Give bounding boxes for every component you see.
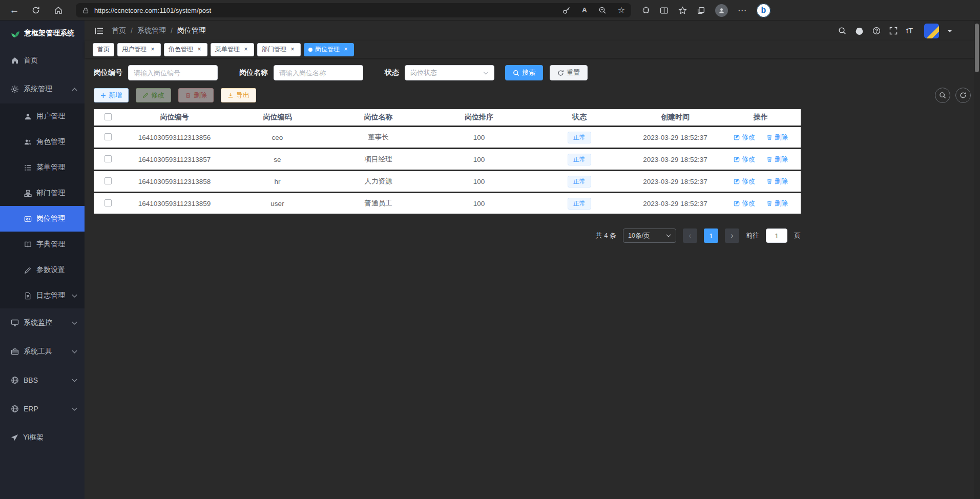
close-icon[interactable]: × [149, 46, 156, 53]
browser-reload-button[interactable] [27, 0, 45, 20]
edit-button[interactable]: 修改 [136, 88, 171, 102]
page-1-button[interactable]: 1 [704, 228, 718, 243]
sidebar-item-dept-mgmt[interactable]: 部门管理 [0, 180, 85, 206]
font-size-button[interactable]: tT [906, 27, 913, 35]
sidebar-item-home[interactable]: 首页 [0, 46, 85, 75]
row-delete-link[interactable]: 删除 [766, 133, 788, 142]
copilot-bing-icon[interactable]: b [757, 4, 770, 17]
row-checkbox[interactable] [105, 155, 112, 162]
post-name-cell: 普通员工 [328, 193, 429, 214]
github-icon[interactable] [855, 27, 864, 35]
status-select[interactable]: 岗位状态 [405, 65, 494, 80]
sidebar-item-dict-mgmt[interactable]: 字典管理 [0, 232, 85, 257]
sidebar-item-user-mgmt[interactable]: 用户管理 [0, 103, 85, 129]
close-icon[interactable]: × [242, 46, 249, 53]
browser-profile-avatar[interactable] [715, 4, 728, 17]
tab-role-mgmt[interactable]: 角色管理 × [164, 43, 207, 56]
zoom-icon[interactable] [598, 6, 607, 14]
row-edit-link[interactable]: 修改 [734, 199, 755, 208]
row-checkbox[interactable] [105, 199, 112, 206]
row-delete-link[interactable]: 删除 [766, 177, 788, 186]
row-edit-link[interactable]: 修改 [734, 155, 755, 164]
app-title: 意框架管理系统 [24, 29, 74, 38]
tab-post-mgmt[interactable]: 岗位管理 × [304, 43, 354, 56]
delete-button[interactable]: 删除 [178, 88, 214, 102]
sidebar-item-bbs[interactable]: BBS [0, 366, 85, 394]
edit-icon [142, 92, 149, 98]
post-name-input[interactable] [274, 65, 363, 80]
select-all-checkbox[interactable] [105, 113, 112, 120]
browser-home-button[interactable] [49, 0, 68, 20]
extensions-icon[interactable] [641, 6, 650, 15]
export-button-label: 导出 [236, 91, 249, 100]
collections-icon[interactable] [697, 6, 705, 15]
sidebar-item-menu-mgmt[interactable]: 菜单管理 [0, 155, 85, 180]
sidebar-item-label: 菜单管理 [36, 163, 65, 172]
refresh-table-button[interactable] [955, 88, 971, 103]
split-screen-icon[interactable] [660, 6, 669, 15]
tab-dept-mgmt[interactable]: 部门管理 × [257, 43, 301, 56]
search-button[interactable]: 搜索 [505, 65, 543, 80]
search-icon[interactable] [838, 27, 846, 35]
sidebar-item-label: 参数设置 [36, 265, 65, 275]
row-checkbox[interactable] [105, 177, 112, 184]
actions-cell: 修改 删除 [721, 193, 801, 214]
status-label: 状态 [385, 68, 399, 77]
page-size-select[interactable]: 10条/页 [623, 228, 676, 243]
post-name-label: 岗位名称 [239, 68, 268, 77]
tab-menu-mgmt[interactable]: 菜单管理 × [211, 43, 254, 56]
user-avatar[interactable] [924, 24, 939, 38]
read-aloud-icon[interactable]: A [582, 7, 587, 14]
caret-down-icon[interactable] [948, 30, 952, 34]
sidebar-item-role-mgmt[interactable]: 角色管理 [0, 129, 85, 155]
post-name-cell: 董事长 [328, 127, 429, 148]
edit-icon [734, 178, 740, 184]
close-icon[interactable]: × [196, 46, 203, 53]
sidebar-item-label: 字典管理 [36, 240, 65, 249]
prev-page-button[interactable]: ‹ [683, 228, 697, 243]
sidebar-item-erp[interactable]: ERP [0, 394, 85, 423]
password-key-icon[interactable] [562, 6, 571, 14]
sidebar-item-yi-framework[interactable]: Yi框架 [0, 423, 85, 452]
status-cell: 正常 [529, 127, 630, 148]
actions-cell: 修改 删除 [721, 149, 801, 170]
export-button[interactable]: 导出 [221, 88, 256, 102]
sidebar-item-log-mgmt[interactable]: 日志管理 [0, 283, 85, 308]
row-delete-link[interactable]: 删除 [766, 199, 788, 208]
favorites-add-icon[interactable]: ☆ [618, 6, 625, 14]
url-text: https://ccnetcore.com:1101/system/post [94, 7, 211, 14]
scrollbar-thumb[interactable] [975, 24, 979, 72]
next-page-button[interactable]: › [725, 228, 739, 243]
system-mgmt-submenu: 用户管理 角色管理 菜单管理 [0, 103, 85, 308]
add-button[interactable]: 新增 [94, 88, 129, 102]
row-delete-link[interactable]: 删除 [766, 155, 788, 164]
row-edit-link[interactable]: 修改 [734, 177, 755, 186]
row-edit-link[interactable]: 修改 [734, 133, 755, 142]
address-bar[interactable]: https://ccnetcore.com:1101/system/post A… [76, 3, 631, 17]
search-icon [939, 92, 946, 99]
close-icon[interactable]: × [289, 46, 296, 53]
goto-page-input[interactable] [766, 228, 787, 243]
help-icon[interactable] [872, 27, 881, 35]
id-badge-icon [24, 215, 32, 223]
post-code-input[interactable] [128, 65, 218, 80]
edit-icon [734, 200, 740, 206]
show-search-toggle-button[interactable] [935, 88, 950, 103]
close-icon[interactable]: × [342, 46, 349, 53]
sidebar-item-system-mgmt[interactable]: 系统管理 [0, 75, 85, 103]
favorites-bar-icon[interactable] [678, 6, 687, 15]
sidebar-item-system-tools[interactable]: 系统工具 [0, 337, 85, 366]
tab-home[interactable]: 首页 [93, 43, 114, 56]
sidebar-collapse-button[interactable] [91, 20, 107, 41]
browser-menu-icon[interactable]: ⋯ [738, 6, 747, 15]
breadcrumb-item-home[interactable]: 首页 [112, 26, 126, 35]
sidebar-item-system-monitor[interactable]: 系统监控 [0, 308, 85, 337]
tab-user-mgmt[interactable]: 用户管理 × [117, 43, 161, 56]
sidebar-item-param-settings[interactable]: 参数设置 [0, 257, 85, 283]
fullscreen-icon[interactable] [889, 27, 898, 35]
reset-button[interactable]: 重置 [550, 65, 588, 80]
browser-back-button[interactable]: ← [5, 0, 24, 20]
sidebar-item-post-mgmt[interactable]: 岗位管理 [0, 206, 85, 232]
breadcrumb-item-system[interactable]: 系统管理 [137, 26, 166, 35]
row-checkbox[interactable] [105, 133, 112, 140]
